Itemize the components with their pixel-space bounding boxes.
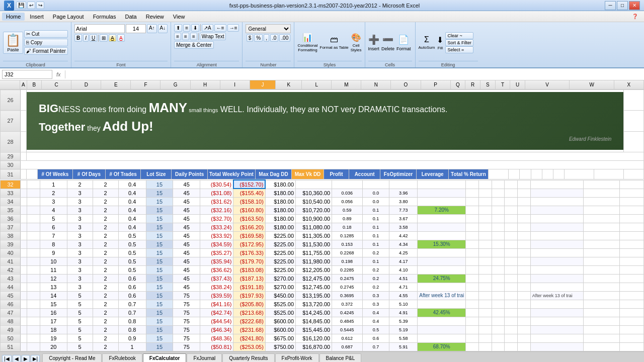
tab-scroll-prev[interactable]: ◀ [13, 355, 21, 363]
tab-scroll-first[interactable]: |◀ [2, 355, 12, 363]
copy-button[interactable]: ⎘ Copy [24, 39, 68, 46]
merge-center-button[interactable]: Merge & Center [174, 41, 214, 49]
indent-increase-button[interactable]: →≡ [227, 24, 239, 32]
insert-icon: ➕ [368, 34, 379, 45]
col-header-t[interactable]: T [496, 80, 511, 89]
font-size-input[interactable] [126, 24, 146, 33]
format-cell-button[interactable]: 📄 Format [396, 34, 411, 51]
shrink-font-button[interactable]: A↓ [158, 24, 168, 33]
col-header-m[interactable]: M [332, 80, 361, 89]
col-header-r[interactable]: R [465, 80, 480, 89]
window-controls[interactable]: ─ □ ✕ [605, 1, 640, 10]
menu-data[interactable]: Data [121, 13, 140, 21]
col-header-i[interactable]: I [220, 80, 250, 89]
col-header-u[interactable]: U [510, 80, 525, 89]
insert-cell-button[interactable]: ➕ Insert [368, 34, 380, 51]
sheet-scroll-area[interactable]: 26 BIGNESS comes from doing MANY small t… [0, 89, 644, 351]
col-header-g[interactable]: G [160, 80, 190, 89]
text-direction-button[interactable]: ↗A [202, 24, 213, 32]
col-header-p[interactable]: P [421, 80, 451, 89]
cut-button[interactable]: ✂ Cut [24, 30, 68, 38]
col-header-c[interactable]: C [42, 80, 71, 89]
sheet-tab[interactable]: Balance P&L [319, 353, 362, 363]
sheet-tab[interactable]: Quarterly Results [222, 353, 274, 363]
menu-page-layout[interactable]: Page Layout [49, 13, 88, 21]
menu-home[interactable]: Home [2, 13, 25, 21]
paste-button[interactable]: 📋 Paste [3, 32, 23, 54]
table-row: 398320.51545($34.59)($172.95)$225.00$11,… [1, 240, 644, 248]
currency-button[interactable]: $ [247, 34, 254, 42]
font-color-button[interactable]: A̲ [117, 34, 125, 42]
grow-font-button[interactable]: A↑ [147, 24, 157, 33]
number-format-select[interactable]: General Number Currency Accounting Perce… [246, 24, 291, 33]
col-header-h[interactable]: H [191, 80, 220, 89]
comma-button[interactable]: , [264, 34, 269, 42]
col-header-k[interactable]: K [276, 80, 302, 89]
col-header-j[interactable]: J [250, 80, 276, 89]
decimal-decrease-button[interactable]: .00 [279, 34, 290, 42]
tab-scroll-last[interactable]: ▶| [31, 355, 40, 363]
col-header-x[interactable]: X [614, 80, 644, 89]
col-header-f[interactable]: F [131, 80, 160, 89]
align-right-button[interactable]: ≡ [190, 33, 197, 40]
align-top-button[interactable]: ⬆ [174, 24, 182, 32]
formula-input[interactable] [67, 70, 642, 79]
fill-color-button[interactable]: A̲ [109, 34, 116, 42]
table-row: 4413320.61545($38.24)($191.18)$270.00$12… [1, 283, 644, 291]
underline-button[interactable]: U [90, 34, 97, 42]
font-name-input[interactable] [74, 24, 125, 33]
col-header-n[interactable]: N [361, 80, 391, 89]
quote-well: WELL. Individually, they are NOT very DR… [218, 105, 447, 114]
name-box[interactable]: J32 [2, 70, 52, 79]
format-painter-button[interactable]: 🖌 Format Painter [24, 47, 68, 55]
sort-filter-button[interactable]: Sort & Filter [445, 39, 473, 46]
sheet-tab[interactable]: FxJournal [187, 353, 222, 363]
header-lot: Lot Size [141, 169, 172, 179]
autosum-button[interactable]: Σ AutoSum [419, 35, 435, 50]
sheet-tab[interactable]: FxCalculator [143, 353, 187, 363]
border-button[interactable]: ⊞ [100, 34, 108, 42]
help-icon[interactable]: ❓ [628, 14, 642, 19]
delete-cell-button[interactable]: ➖ Delete [381, 34, 394, 51]
format-as-table-button[interactable]: 🗃 Format as Table [320, 35, 349, 50]
minimize-button[interactable]: ─ [605, 1, 616, 10]
col-header-e[interactable]: E [101, 80, 131, 89]
find-select-button[interactable]: Select = [445, 46, 473, 53]
tab-scroll-next[interactable]: ▶ [22, 355, 30, 363]
menu-formulas[interactable]: Formulas [89, 13, 120, 21]
col-header-l[interactable]: L [302, 80, 332, 89]
col-header-s[interactable]: S [480, 80, 496, 89]
menu-review[interactable]: Review [142, 13, 168, 21]
align-left-button[interactable]: ≡ [174, 33, 181, 40]
col-header-v[interactable]: V [525, 80, 570, 89]
sheet-tab[interactable]: Copyright - Read Me [42, 353, 102, 363]
align-center-button[interactable]: ≡ [182, 33, 189, 40]
col-header-a[interactable]: A [20, 80, 27, 89]
indent-decrease-button[interactable]: ←≡ [214, 24, 226, 32]
menu-view[interactable]: View [169, 13, 189, 21]
sheet-tab[interactable]: FxRulebook [102, 353, 142, 363]
maximize-button[interactable]: □ [617, 1, 628, 10]
bold-button[interactable]: B [74, 34, 82, 42]
cond-format-button[interactable]: 📊 ConditionalFormatting [297, 33, 317, 52]
align-middle-button[interactable]: ≡ [183, 24, 190, 32]
close-button[interactable]: ✕ [629, 1, 640, 10]
fill-button[interactable]: ⬇ Fill [437, 35, 443, 50]
italic-button[interactable]: I [83, 34, 89, 42]
col-header-q[interactable]: Q [451, 80, 466, 89]
col-header-o[interactable]: O [391, 80, 421, 89]
save-button[interactable]: 💾 [16, 2, 26, 9]
menu-insert[interactable]: Insert [26, 13, 48, 21]
redo-button[interactable]: ↪ [36, 2, 44, 9]
clear-button[interactable]: Clear ~ [445, 32, 473, 39]
wrap-text-button[interactable]: Wrap Text [200, 33, 226, 40]
col-header-w[interactable]: W [570, 80, 614, 89]
col-header-b[interactable]: B [27, 80, 42, 89]
undo-button[interactable]: ↩ [27, 2, 35, 9]
col-header-d[interactable]: D [71, 80, 101, 89]
decimal-increase-button[interactable]: .0 [270, 34, 278, 42]
cell-styles-button[interactable]: 🎨 CellStyles [351, 33, 362, 52]
align-bottom-button[interactable]: ⬇ [191, 24, 199, 32]
percent-button[interactable]: % [254, 34, 263, 42]
sheet-tab[interactable]: FxProfit-Work [275, 353, 319, 363]
